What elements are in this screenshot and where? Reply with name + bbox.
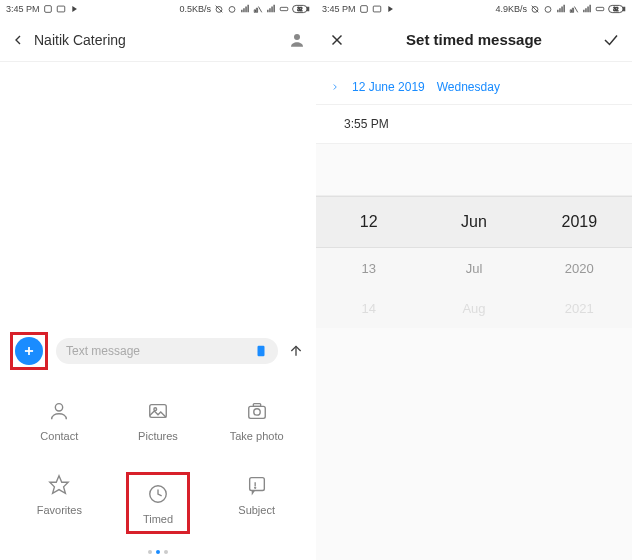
svg-rect-13 — [258, 346, 265, 357]
timed-title: Set timed message — [346, 31, 602, 48]
svg-point-4 — [229, 7, 235, 13]
attach-subject[interactable]: Subject — [207, 472, 306, 534]
attach-favorites[interactable]: Favorites — [10, 472, 109, 534]
camera-icon — [246, 400, 268, 422]
picker-day-sel[interactable]: 12 — [316, 213, 421, 231]
picker-day-1[interactable]: 13 — [316, 261, 421, 276]
svg-line-5 — [258, 7, 261, 13]
dot — [148, 550, 152, 554]
picker-day-2[interactable]: 14 — [316, 301, 421, 316]
back-icon[interactable] — [10, 32, 26, 48]
svg-point-30 — [545, 7, 551, 13]
highlight-plus — [10, 332, 48, 370]
selected-date-row[interactable]: 12 June 2019 Wednesday — [316, 62, 632, 105]
attach-takephoto-label: Take photo — [230, 430, 284, 442]
input-row: Text message — [0, 324, 316, 378]
attach-contact-label: Contact — [40, 430, 78, 442]
status-time: 3:45 PM — [322, 4, 356, 14]
status-bar: 3:45 PM 4.9KB/s 32 — [316, 0, 632, 18]
attach-timed[interactable]: Timed — [109, 472, 208, 534]
picker-yr-1[interactable]: 2020 — [527, 261, 632, 276]
svg-rect-27 — [373, 6, 381, 12]
picker-row-2: 14 Aug 2021 — [316, 288, 632, 328]
close-icon[interactable] — [328, 31, 346, 49]
contact-name[interactable]: Naitik Catering — [34, 32, 288, 48]
volte-icon — [279, 4, 289, 14]
svg-text:32: 32 — [297, 7, 303, 12]
battery-icon: 32 — [292, 4, 310, 14]
picker-blank-row — [316, 144, 632, 196]
svg-point-25 — [254, 487, 255, 488]
profile-icon[interactable] — [288, 31, 306, 49]
picker-yr-2[interactable]: 2021 — [527, 301, 632, 316]
svg-rect-26 — [360, 6, 367, 13]
messaging-screen: 3:45 PM 0.5KB/s 32 Naitik Catering — [0, 0, 316, 560]
date-picker[interactable]: 12 Jun 2019 13 Jul 2020 14 Aug 2021 — [316, 144, 632, 560]
add-attachment-button[interactable] — [15, 337, 43, 365]
svg-line-31 — [574, 7, 577, 13]
chat-body — [0, 62, 316, 324]
alarm-icon — [227, 4, 237, 14]
dot — [164, 550, 168, 554]
volte-icon — [595, 4, 605, 14]
chat-header: Naitik Catering — [0, 18, 316, 62]
signal-icon-2 — [582, 4, 592, 14]
svg-rect-6 — [280, 7, 288, 10]
contact-icon — [48, 400, 70, 422]
attach-take-photo[interactable]: Take photo — [207, 398, 306, 442]
signal-icon-2 — [266, 4, 276, 14]
alarm-icon — [543, 4, 553, 14]
svg-marker-21 — [50, 476, 68, 493]
picker-mon-2[interactable]: Aug — [421, 301, 526, 316]
svg-rect-32 — [596, 7, 604, 10]
signal-icon — [556, 4, 566, 14]
emoji-icon[interactable] — [254, 344, 268, 358]
svg-rect-0 — [44, 6, 51, 13]
notification-icon — [359, 4, 369, 14]
screenshot-icon — [372, 4, 382, 14]
clock-icon — [147, 483, 169, 505]
page-indicator — [0, 544, 316, 560]
svg-point-19 — [253, 409, 259, 415]
selected-weekday: Wednesday — [437, 80, 500, 94]
confirm-icon[interactable] — [602, 31, 620, 49]
attach-subject-label: Subject — [238, 504, 275, 516]
subject-icon — [246, 474, 268, 496]
attach-contact[interactable]: Contact — [10, 398, 109, 442]
notification-icon — [43, 4, 53, 14]
battery-icon: 32 — [608, 4, 626, 14]
picker-mon-1[interactable]: Jul — [421, 261, 526, 276]
send-button[interactable] — [286, 341, 306, 361]
signal-icon — [240, 4, 250, 14]
signal-off-icon — [253, 4, 263, 14]
selected-time-row[interactable]: 3:55 PM — [316, 105, 632, 144]
attach-pictures[interactable]: Pictures — [109, 398, 208, 442]
svg-rect-1 — [57, 6, 65, 12]
status-speed: 4.9KB/s — [495, 4, 527, 14]
chevron-right-icon — [330, 82, 340, 92]
signal-off-icon — [569, 4, 579, 14]
highlight-timed: Timed — [126, 472, 190, 534]
svg-point-10 — [294, 34, 300, 40]
message-input[interactable]: Text message — [56, 338, 278, 364]
status-speed: 0.5KB/s — [179, 4, 211, 14]
star-icon — [48, 474, 70, 496]
picker-yr-sel[interactable]: 2019 — [527, 213, 632, 231]
svg-rect-35 — [624, 7, 625, 11]
attach-favorites-label: Favorites — [37, 504, 82, 516]
svg-rect-20 — [253, 404, 260, 407]
svg-rect-23 — [249, 478, 264, 491]
timed-header: Set timed message — [316, 18, 632, 62]
svg-rect-9 — [308, 7, 309, 11]
timed-message-screen: 3:45 PM 4.9KB/s 32 Set timed message 12 … — [316, 0, 632, 560]
picker-mon-sel[interactable]: Jun — [421, 213, 526, 231]
attachment-panel: Contact Pictures Take photo Favorites Ti… — [0, 378, 316, 544]
attach-pictures-label: Pictures — [138, 430, 178, 442]
picker-empty — [316, 328, 632, 560]
alarm-off-icon — [530, 4, 540, 14]
svg-point-15 — [56, 404, 63, 411]
status-time: 3:45 PM — [6, 4, 40, 14]
pictures-icon — [147, 400, 169, 422]
attach-timed-label: Timed — [143, 513, 173, 525]
status-bar: 3:45 PM 0.5KB/s 32 — [0, 0, 316, 18]
